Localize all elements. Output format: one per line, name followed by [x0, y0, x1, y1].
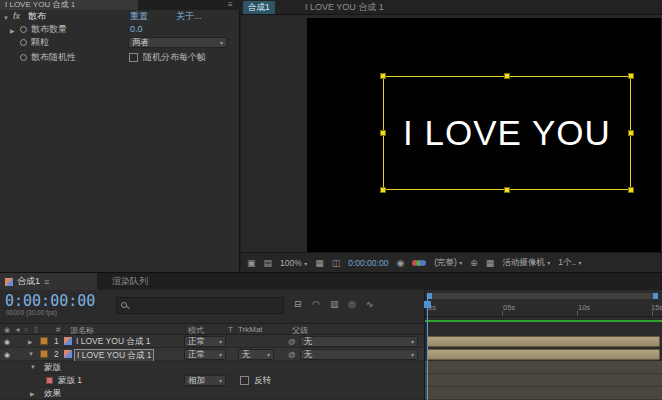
label-color-swatch[interactable]: [40, 350, 48, 358]
expand-icon[interactable]: ▶: [28, 338, 33, 345]
property-track-area: [425, 361, 662, 374]
scatter-amount-value[interactable]: 0.0: [130, 24, 143, 35]
property-track-area: [425, 387, 662, 400]
resolution-dropdown[interactable]: (完整) ▾: [434, 257, 462, 269]
pickwhip-icon[interactable]: @: [288, 337, 296, 346]
motion-blur-icon[interactable]: ◎: [348, 299, 356, 309]
blend-mode-dropdown[interactable]: 正常▾: [184, 349, 226, 360]
view-layout-dropdown[interactable]: 1个.. ▾: [558, 257, 581, 269]
playhead-line[interactable]: [427, 293, 428, 400]
shy-layers-icon[interactable]: ◠: [312, 299, 320, 309]
panel-menu-icon[interactable]: ≡: [228, 0, 233, 10]
grid-guides-icon[interactable]: ▦: [315, 258, 324, 268]
zoom-dropdown[interactable]: 100% ▾: [280, 258, 307, 268]
timeline-tab-render-queue[interactable]: 渲染队列: [112, 276, 148, 287]
label-color-swatch[interactable]: [40, 337, 48, 345]
panel-menu-icon[interactable]: ≡: [44, 277, 49, 287]
effects-group-label[interactable]: 效果: [44, 388, 61, 399]
mask-mode-dropdown[interactable]: 相加▾: [184, 375, 226, 386]
time-ruler[interactable]: 0s 05s 10s 15s: [425, 301, 662, 317]
layer-row[interactable]: ◉ ▶ 1 I LOVE YOU 合成 1 正常▾ @ 无▾: [0, 335, 424, 348]
selection-handle[interactable]: [504, 187, 510, 193]
timeline-search-input[interactable]: [116, 297, 284, 314]
selection-handle[interactable]: [628, 130, 634, 136]
current-time-display[interactable]: 0:00:00:00: [5, 292, 95, 310]
eye-icon[interactable]: ◉: [4, 337, 10, 347]
chevron-down-icon: ▾: [219, 338, 222, 345]
mask-group-row[interactable]: ▼ 蒙版: [0, 361, 424, 374]
randomize-checkbox[interactable]: [129, 53, 138, 62]
stopwatch-icon[interactable]: [20, 54, 27, 61]
mask-color-swatch[interactable]: [46, 377, 53, 384]
blend-mode-dropdown[interactable]: 正常▾: [184, 336, 226, 347]
solo-column-icon[interactable]: ○: [24, 326, 28, 333]
playhead-handle[interactable]: [424, 301, 431, 308]
composition-tab[interactable]: 合成1: [243, 1, 275, 14]
parent-dropdown[interactable]: 无▾: [300, 349, 418, 360]
property-track-area: [425, 374, 662, 387]
composition-canvas[interactable]: I LOVE YOU: [307, 18, 661, 252]
viewer-timecode[interactable]: 0:00:00:00: [348, 258, 388, 268]
selection-handle[interactable]: [504, 73, 510, 79]
parent-dropdown[interactable]: 无▾: [300, 336, 418, 347]
selection-handle[interactable]: [380, 73, 386, 79]
chevron-down-icon: ▾: [411, 351, 414, 358]
always-preview-icon[interactable]: ▣: [247, 258, 256, 268]
mask-invert-checkbox[interactable]: [240, 376, 249, 385]
mask-mode-value: 相加: [188, 375, 205, 387]
cached-frames-indicator: [425, 320, 662, 322]
selection-handle[interactable]: [628, 73, 634, 79]
amount-expand-icon[interactable]: ▶: [10, 26, 15, 36]
frame-count-display: 00000 (30.00 fps): [6, 309, 57, 316]
snapshot-camera-icon[interactable]: ◉: [396, 258, 404, 268]
expand-icon[interactable]: ▼: [28, 351, 34, 357]
roi-icon[interactable]: ⊕: [470, 258, 478, 268]
camera-view-dropdown[interactable]: 活动摄像机 ▾: [502, 257, 550, 269]
effect-expand-icon[interactable]: ▼: [3, 13, 9, 23]
effect-controls-tab[interactable]: I LOVE YOU 合成 1: [0, 0, 138, 10]
layer-duration-bar[interactable]: [427, 349, 660, 360]
comp-mini-flowchart-icon[interactable]: ⊟: [294, 299, 302, 309]
monitor-icon[interactable]: ▤: [264, 258, 273, 268]
expand-icon[interactable]: ▼: [30, 364, 36, 370]
chevron-down-icon: ▾: [304, 261, 307, 267]
time-navigator[interactable]: [427, 293, 658, 299]
mask-group-label[interactable]: 蒙版: [44, 362, 61, 373]
trkmat-dropdown[interactable]: 无▾: [238, 349, 274, 360]
layer-name[interactable]: I LOVE YOU 合成 1: [76, 336, 150, 347]
stopwatch-icon[interactable]: [20, 26, 27, 33]
camera-view-value: 活动摄像机: [502, 257, 545, 267]
effects-group-row[interactable]: ▶ 效果: [0, 387, 424, 400]
viewer-toolbar: ▣ ▤ 100% ▾ ▦ ◫ 0:00:00:00 ◉ (完整) ▾ ⊕ ▦ 活…: [241, 252, 662, 272]
transparency-grid-icon[interactable]: ▦: [486, 258, 495, 268]
audio-column-icon[interactable]: ◄: [14, 326, 21, 333]
pickwhip-icon[interactable]: @: [288, 350, 296, 359]
layer-row[interactable]: ◉ ▼ 2 I LOVE YOU 合成 1 正常▾ 无▾ @ 无▾: [0, 348, 424, 361]
effect-about-button[interactable]: 关于...: [176, 11, 202, 22]
lock-column-icon[interactable]: ▯: [34, 326, 38, 334]
expand-icon[interactable]: ▶: [30, 390, 35, 397]
mask-selection-box[interactable]: I LOVE YOU: [383, 76, 631, 190]
selection-handle[interactable]: [380, 187, 386, 193]
channel-icon[interactable]: [412, 260, 426, 266]
selection-handle[interactable]: [380, 130, 386, 136]
grain-dropdown[interactable]: 两者 ▾: [128, 37, 227, 48]
stopwatch-icon[interactable]: [20, 39, 27, 46]
video-column-icon[interactable]: ◉: [4, 326, 10, 334]
composition-text[interactable]: I LOVE YOU: [403, 113, 611, 153]
layer-duration-bar[interactable]: [427, 336, 660, 347]
effect-reset-button[interactable]: 重置: [130, 11, 148, 22]
frame-blend-icon[interactable]: ▥: [330, 299, 339, 309]
trkmat-column-header[interactable]: TrkMat: [238, 325, 263, 334]
graph-editor-icon[interactable]: ∿: [366, 299, 374, 309]
composition-title[interactable]: I LOVE YOU 合成 1: [305, 2, 384, 13]
eye-icon[interactable]: ◉: [4, 350, 10, 360]
effect-name[interactable]: 散布: [28, 11, 46, 22]
mask-name[interactable]: 蒙版 1: [58, 375, 82, 386]
timeline-tab-comp[interactable]: 合成1 ≡: [0, 273, 97, 290]
mask-visibility-icon[interactable]: ◫: [332, 258, 341, 268]
grain-label: 颗粒: [31, 37, 49, 48]
selection-handle[interactable]: [628, 187, 634, 193]
mask-row[interactable]: 蒙版 1 相加▾ 反转: [0, 374, 424, 387]
navigator-end-handle[interactable]: [653, 293, 658, 299]
